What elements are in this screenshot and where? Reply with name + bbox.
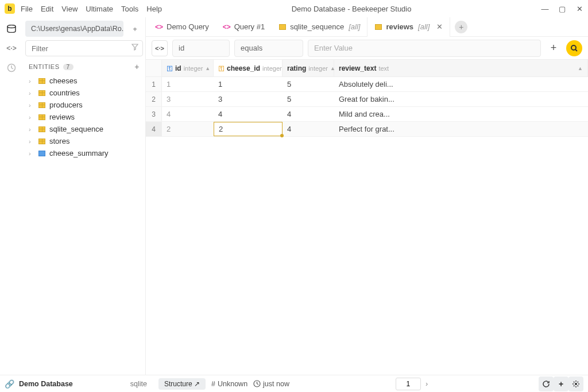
table-row[interactable]: 3 4 4 4 Mild and crea...	[146, 107, 588, 122]
col-name: id	[175, 64, 181, 72]
minimize-icon[interactable]: —	[541, 5, 549, 13]
menu-help[interactable]: Help	[146, 5, 162, 13]
cell-review-text[interactable]: Absolutely deli...	[334, 77, 588, 91]
view-icon	[38, 151, 45, 156]
close-icon[interactable]: ✕	[575, 5, 583, 13]
tables-rail-icon[interactable]	[6, 23, 17, 34]
cell-rating[interactable]: 4	[283, 122, 334, 136]
add-tab-button[interactable]: +	[455, 21, 467, 33]
chevron-right-icon: ›	[29, 90, 34, 97]
svg-point-0	[7, 25, 16, 28]
col-type: text	[378, 65, 389, 72]
cell-rating[interactable]: 5	[283, 77, 334, 91]
settings-button[interactable]	[568, 376, 583, 391]
db-type: sqlite	[130, 380, 147, 388]
tab-suffix: [all]	[418, 22, 430, 31]
filter-mode-toggle[interactable]: <·>	[152, 40, 168, 56]
entity-label: countries	[49, 89, 80, 97]
connection-chip[interactable]: C:\Users\genas\AppData\Ro...	[25, 21, 123, 37]
svg-point-4	[575, 383, 577, 385]
column-header-row: ⚿ id integer ▲ ⚿ cheese_id integer ▲ rat…	[146, 60, 588, 77]
cell-cheese-id[interactable]: 3	[214, 92, 283, 106]
window-controls: — ▢ ✕	[541, 5, 583, 13]
maximize-icon[interactable]: ▢	[558, 5, 566, 13]
cell-id[interactable]: 2	[162, 122, 214, 136]
entity-producers[interactable]: ›producers	[25, 99, 143, 111]
entity-label: cheese_summary	[49, 149, 109, 157]
col-header-cheese-id[interactable]: ⚿ cheese_id integer ▲	[214, 60, 283, 76]
query-icon: <>	[223, 23, 231, 31]
entity-cheeses[interactable]: ›cheeses	[25, 75, 143, 87]
add-filter-button[interactable]: +	[546, 40, 562, 56]
entities-label: ENTITIES	[29, 63, 60, 70]
time-indicator: just now	[253, 380, 289, 388]
col-header-review-text[interactable]: review_text text ▲	[334, 60, 588, 76]
next-page-icon[interactable]: ›	[425, 380, 428, 388]
time-label: just now	[263, 380, 289, 388]
table-row[interactable]: 4 2 2 4 Perfect for grat...	[146, 122, 588, 137]
add-connection-button[interactable]: +	[127, 21, 143, 37]
add-row-button[interactable]: +	[554, 376, 568, 391]
cell-cheese-id[interactable]: 1	[214, 77, 283, 91]
menu-edit[interactable]: Edit	[41, 5, 53, 13]
unknown-indicator[interactable]: #Unknown	[211, 380, 247, 388]
col-header-id[interactable]: ⚿ id integer ▲	[162, 60, 214, 76]
cell-rating[interactable]: 5	[283, 92, 334, 106]
table-icon	[38, 126, 45, 132]
cell-rating[interactable]: 4	[283, 107, 334, 121]
col-name: rating	[287, 64, 306, 72]
tab-sqlite-sequence[interactable]: sqlite_sequence[all]	[272, 17, 367, 36]
entity-countries[interactable]: ›countries	[25, 87, 143, 99]
entity-reviews[interactable]: ›reviews	[25, 111, 143, 123]
cell-review-text[interactable]: Great for bakin...	[334, 92, 588, 106]
filter-value-input[interactable]: Enter Value	[308, 40, 541, 57]
query-icon: <>	[155, 23, 163, 31]
entities-count: 7	[63, 64, 74, 70]
tab-demo-query[interactable]: <>Demo Query	[148, 17, 216, 36]
filter-bar: <·> id equals Enter Value +	[146, 37, 588, 60]
cell-id[interactable]: 4	[162, 107, 214, 121]
tab-reviews[interactable]: reviews[all]✕	[367, 17, 450, 36]
col-name: review_text	[339, 64, 376, 72]
clock-icon	[253, 380, 261, 387]
table-icon	[375, 24, 382, 30]
table-icon	[38, 139, 45, 144]
entity-stores[interactable]: ›stores	[25, 135, 143, 147]
entity-label: stores	[49, 137, 69, 145]
cell-review-text[interactable]: Perfect for grat...	[334, 122, 588, 136]
filter-icon[interactable]	[131, 44, 138, 51]
tab-query-1[interactable]: <>Query #1	[216, 17, 272, 36]
entity-filter-input[interactable]	[25, 40, 143, 56]
entity-cheese-summary[interactable]: ›cheese_summary	[25, 147, 143, 159]
menu-file[interactable]: File	[21, 5, 33, 13]
sort-icon: ▲	[578, 66, 583, 71]
cell-id[interactable]: 3	[162, 92, 214, 106]
entity-sqlite-sequence[interactable]: ›sqlite_sequence	[25, 123, 143, 135]
cell-review-text[interactable]: Mild and crea...	[334, 107, 588, 121]
col-header-rating[interactable]: rating integer ▲	[283, 60, 334, 76]
filter-operator-select[interactable]: equals	[234, 40, 303, 57]
filter-field-select[interactable]: id	[172, 40, 230, 57]
row-number: 4	[146, 122, 162, 136]
add-entity-button[interactable]: +	[134, 62, 140, 71]
entity-label: sqlite_sequence	[49, 125, 103, 133]
connection-link-icon[interactable]: 🔗	[5, 379, 14, 389]
cell-cheese-id-editing[interactable]: 2	[214, 122, 283, 136]
close-tab-icon[interactable]: ✕	[436, 22, 443, 31]
table-icon	[38, 114, 45, 120]
table-row[interactable]: 2 3 3 5 Great for bakin...	[146, 92, 588, 107]
table-row[interactable]: 1 1 1 5 Absolutely deli...	[146, 77, 588, 92]
structure-button[interactable]: Structure ↗	[158, 378, 206, 390]
tab-label: Query #1	[234, 22, 265, 31]
cell-id[interactable]: 1	[162, 77, 214, 91]
col-type: integer	[184, 65, 203, 72]
refresh-button[interactable]	[539, 376, 554, 391]
menu-ultimate[interactable]: Ultimate	[86, 5, 113, 13]
menu-view[interactable]: View	[61, 5, 78, 13]
menu-tools[interactable]: Tools	[121, 5, 138, 13]
cell-cheese-id[interactable]: 4	[214, 107, 283, 121]
history-rail-icon[interactable]	[6, 62, 17, 74]
page-input[interactable]	[396, 378, 421, 390]
run-filter-button[interactable]	[566, 40, 582, 56]
code-rail-icon[interactable]: <·>	[6, 43, 17, 54]
